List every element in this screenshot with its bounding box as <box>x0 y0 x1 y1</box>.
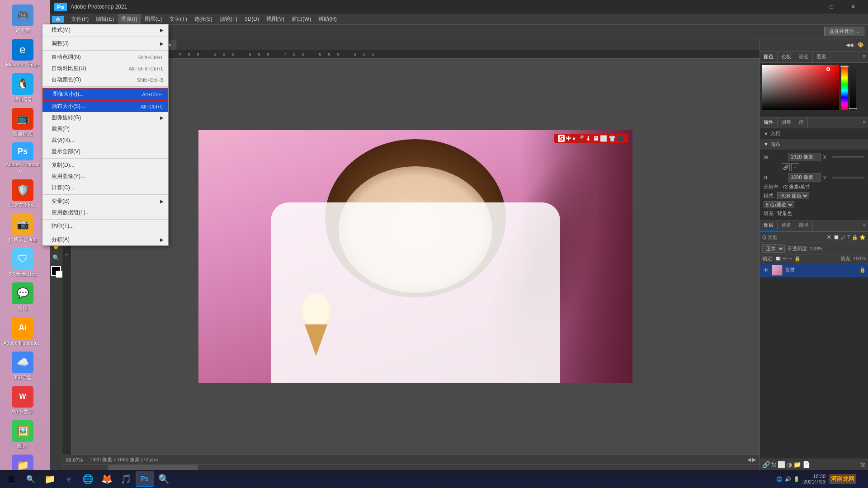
taskbar-network-icon[interactable]: 🌐 <box>776 476 783 482</box>
height-input[interactable]: 1080 像素 <box>788 173 821 182</box>
tab-gradient[interactable]: 渐变 <box>795 52 813 62</box>
layers-options-btn[interactable]: ≡ <box>861 221 868 231</box>
menu-adjust[interactable]: 调整(J) ▶ <box>42 38 168 49</box>
color-spectrum[interactable] <box>762 65 839 110</box>
y-input[interactable] <box>832 177 865 178</box>
menu-trim[interactable]: 裁切(R)... <box>42 135 168 146</box>
horizontal-scrollbar[interactable] <box>62 465 760 470</box>
menu-image-rotate[interactable]: 图像旋转(G) ▶ <box>42 112 168 123</box>
taskbar-360[interactable]: 🔍 <box>155 471 173 487</box>
depth-select[interactable]: 8 位/通道 <box>764 201 794 208</box>
desktop-icon-wps[interactable]: W WPS文字 <box>0 384 45 417</box>
menu-canvas-size[interactable]: 画布大小(S)... Alt+Ctrl+C <box>42 101 168 112</box>
menu-select[interactable]: 选择(S) <box>191 14 216 24</box>
color-panel-btn[interactable]: 🎨 <box>856 40 866 50</box>
desktop-icon-security1[interactable]: 🛡️ 仁博安全网... <box>0 177 45 211</box>
add-layer-btn[interactable]: 📄 <box>802 461 810 468</box>
menu-filter[interactable]: 滤镜(T) <box>216 14 241 24</box>
x-input[interactable] <box>832 156 865 158</box>
add-group-btn[interactable]: 📁 <box>793 461 801 468</box>
width-input[interactable]: 1920 像素 <box>788 153 821 161</box>
mode-select[interactable]: RGB 颜色 <box>777 192 809 199</box>
taskbar-media[interactable]: 🎵 <box>117 471 135 487</box>
desktop-icon-qq[interactable]: 🐧 腾讯QQ <box>0 71 45 104</box>
tool-foreground-color[interactable] <box>51 266 61 276</box>
taskbar-explorer[interactable]: 📁 <box>41 471 59 487</box>
taskbar-volume-icon[interactable]: 🔊 <box>785 476 791 482</box>
ps-minimize-btn[interactable]: ─ <box>799 0 820 14</box>
blend-mode-select[interactable]: 正常 <box>762 244 785 253</box>
ps-home-btn[interactable]: 🏠 <box>52 16 64 23</box>
menu-help[interactable]: 帮助(H) <box>315 14 340 24</box>
canvas-section-header[interactable]: ▼ 画布 <box>760 139 868 150</box>
panel-collapse-btn[interactable]: ◀◀ <box>844 40 854 50</box>
menu-layer[interactable]: 图层(L) <box>141 14 166 24</box>
menu-3d[interactable]: 3D(D) <box>241 14 263 24</box>
taskbar-clock[interactable]: 18:30 2021/7/23 <box>803 474 826 484</box>
delete-layer-btn[interactable]: 🗑 <box>859 461 866 468</box>
add-mask-btn[interactable]: ⬜ <box>778 461 785 468</box>
tool-zoom[interactable]: 🔍 <box>51 252 61 263</box>
menu-reveal-all[interactable]: 显示全部(V) <box>42 146 168 157</box>
menu-crop[interactable]: 裁剪(P) <box>42 123 168 135</box>
desktop-icon-edge[interactable]: e Microsoft Edge <box>0 37 45 70</box>
panel-options-btn[interactable]: ≡ <box>861 52 868 62</box>
desktop-icon-ps[interactable]: Ps Adobe Photosho... <box>0 140 45 176</box>
props-options-btn[interactable]: ≡ <box>861 117 868 128</box>
desktop-icon-photo[interactable]: 🖼️ 图片 <box>0 418 45 451</box>
tab-paths[interactable]: 路径 <box>795 221 813 231</box>
filter-lock[interactable]: 🔒 <box>852 235 858 240</box>
ps-close-btn[interactable]: ✕ <box>843 0 863 14</box>
tab-channels[interactable]: 通道 <box>778 221 795 231</box>
tab-color[interactable]: 颜色 <box>760 52 778 62</box>
tab-properties[interactable]: 属性 <box>760 117 778 128</box>
menu-variables[interactable]: 变量(B) ▶ <box>42 196 168 207</box>
filter-T[interactable]: T <box>847 235 850 240</box>
show-desktop-btn[interactable] <box>860 471 863 487</box>
menu-edit[interactable]: 编辑(E) <box>92 14 118 24</box>
add-adjustment-btn[interactable]: ◑ <box>787 461 792 468</box>
layer-eye-icon[interactable]: 👁 <box>762 267 769 273</box>
desktop-icon-darks[interactable]: 🎮 达克斯 <box>0 2 45 36</box>
taskbar-ps[interactable]: Ps <box>136 471 154 487</box>
layer-item-background[interactable]: 👁 背景 🔒 <box>760 263 868 277</box>
menu-type[interactable]: 文字(T) <box>165 14 190 24</box>
tab-adjustments[interactable]: 调整 <box>778 117 795 128</box>
taskbar-firefox[interactable]: 🦊 <box>98 471 116 487</box>
expand-btn[interactable]: ↔ <box>791 163 799 171</box>
taskbar-edge[interactable]: e <box>60 471 78 487</box>
menu-trap[interactable]: 陷印(T)... <box>42 221 168 232</box>
hue-slider[interactable] <box>841 65 848 110</box>
menu-auto-tone[interactable]: 自动色调(N) Shift+Ctrl+L <box>42 52 168 63</box>
tab-sequence[interactable]: 序 <box>795 117 808 128</box>
desktop-icon-360pan[interactable]: ☁️ 360云盘 <box>0 349 45 383</box>
select-subject-btn[interactable]: 选择并遮住 ... <box>824 27 864 36</box>
tool-more[interactable]: ··· <box>54 281 58 285</box>
menu-duplicate[interactable]: 复制(D)... <box>42 160 168 171</box>
tab-layers[interactable]: 图层 <box>760 221 778 231</box>
menu-mode[interactable]: 模式(M) ▶ <box>42 24 168 36</box>
tab-swatches[interactable]: 色板 <box>778 52 795 62</box>
taskbar-chrome[interactable]: 🌐 <box>79 471 97 487</box>
ps-maximize-btn[interactable]: □ <box>821 0 842 14</box>
taskbar-search-btn[interactable]: 🔍 <box>23 470 38 488</box>
desktop-icon-ai[interactable]: Ai Adobe Illustrato... <box>0 315 45 348</box>
filter-icon[interactable]: 🔲 <box>833 235 840 240</box>
link-wh-btn[interactable]: 🔗 <box>782 163 790 171</box>
alpha-slider[interactable] <box>850 65 856 110</box>
menu-file[interactable]: 文件(F) <box>67 14 92 24</box>
menu-image[interactable]: 图像(I) <box>118 14 141 24</box>
menu-image-size[interactable]: 图像大小(I)... Alt+Ctrl+I <box>42 88 168 101</box>
menu-view[interactable]: 视图(V) <box>263 14 288 24</box>
filter-toggle-btn[interactable]: ✕ <box>826 234 832 241</box>
menu-window[interactable]: 窗口(W) <box>288 14 315 24</box>
desktop-icon-360[interactable]: 🛡 360安全卫士 <box>0 246 45 279</box>
menu-apply-datagroup[interactable]: 应用数据组(L)... <box>42 207 168 218</box>
desktop-icon-wechat[interactable]: 💬 微信 <box>0 280 45 314</box>
menu-calculations[interactable]: 计算(C)... <box>42 182 168 193</box>
menu-apply-image[interactable]: 应用图像(Y)... <box>42 171 168 182</box>
taskbar-battery-icon[interactable]: 🔋 <box>793 476 800 482</box>
add-style-btn[interactable]: fx <box>771 461 776 468</box>
filter-pen[interactable]: 🖊 <box>841 235 846 240</box>
menu-auto-color[interactable]: 自动颜色(O) Shift+Ctrl+B <box>42 74 168 85</box>
